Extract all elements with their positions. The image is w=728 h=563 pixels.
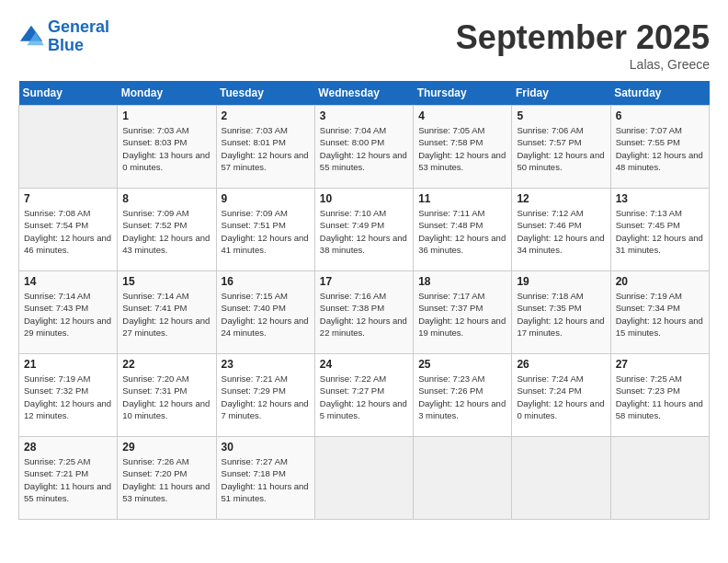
header-day-tuesday: Tuesday <box>216 81 314 106</box>
day-info: Sunrise: 7:24 AM Sunset: 7:24 PM Dayligh… <box>517 373 605 421</box>
day-number: 1 <box>122 109 210 122</box>
day-info: Sunrise: 7:04 AM Sunset: 8:00 PM Dayligh… <box>320 124 408 173</box>
day-number: 19 <box>517 275 605 288</box>
day-info: Sunrise: 7:21 AM Sunset: 7:29 PM Dayligh… <box>222 373 310 421</box>
day-number: 11 <box>418 192 506 205</box>
calendar-cell: 30Sunrise: 7:27 AM Sunset: 7:18 PM Dayli… <box>216 437 314 520</box>
day-info: Sunrise: 7:10 AM Sunset: 7:49 PM Dayligh… <box>320 207 408 256</box>
location: Lalas, Greece <box>456 57 710 72</box>
day-info: Sunrise: 7:22 AM Sunset: 7:27 PM Dayligh… <box>320 373 408 421</box>
logo-line1: General <box>48 17 109 36</box>
calendar-body: 1Sunrise: 7:03 AM Sunset: 8:03 PM Daylig… <box>19 106 710 520</box>
day-number: 21 <box>24 358 112 371</box>
logo-line2: Blue <box>48 36 84 54</box>
day-number: 7 <box>24 192 112 205</box>
title-block: September 2025 Lalas, Greece <box>456 18 710 72</box>
logo-icon <box>18 24 44 50</box>
calendar-table: SundayMondayTuesdayWednesdayThursdayFrid… <box>18 81 710 520</box>
logo: General Blue <box>18 18 109 55</box>
calendar-cell: 12Sunrise: 7:12 AM Sunset: 7:46 PM Dayli… <box>512 189 610 271</box>
day-info: Sunrise: 7:19 AM Sunset: 7:34 PM Dayligh… <box>616 290 704 339</box>
day-info: Sunrise: 7:25 AM Sunset: 7:23 PM Dayligh… <box>616 373 704 421</box>
calendar-cell: 8Sunrise: 7:09 AM Sunset: 7:52 PM Daylig… <box>118 189 216 271</box>
day-number: 25 <box>418 358 506 371</box>
header-day-monday: Monday <box>118 81 216 106</box>
header-day-wednesday: Wednesday <box>314 81 413 106</box>
header-row: SundayMondayTuesdayWednesdayThursdayFrid… <box>19 81 710 106</box>
day-number: 12 <box>517 192 605 205</box>
calendar-cell: 17Sunrise: 7:16 AM Sunset: 7:38 PM Dayli… <box>314 271 413 354</box>
calendar-cell: 28Sunrise: 7:25 AM Sunset: 7:21 PM Dayli… <box>19 437 118 520</box>
calendar-cell: 25Sunrise: 7:23 AM Sunset: 7:26 PM Dayli… <box>414 354 512 437</box>
calendar-cell: 24Sunrise: 7:22 AM Sunset: 7:27 PM Dayli… <box>314 354 413 437</box>
day-info: Sunrise: 7:03 AM Sunset: 8:03 PM Dayligh… <box>122 124 210 173</box>
calendar-cell: 5Sunrise: 7:06 AM Sunset: 7:57 PM Daylig… <box>512 106 610 189</box>
calendar-cell: 2Sunrise: 7:03 AM Sunset: 8:01 PM Daylig… <box>216 106 314 189</box>
header-day-saturday: Saturday <box>610 81 709 106</box>
day-number: 14 <box>24 275 112 288</box>
day-number: 27 <box>616 358 704 371</box>
day-number: 29 <box>122 441 210 454</box>
day-info: Sunrise: 7:12 AM Sunset: 7:46 PM Dayligh… <box>517 207 605 256</box>
day-number: 8 <box>122 192 210 205</box>
calendar-cell: 10Sunrise: 7:10 AM Sunset: 7:49 PM Dayli… <box>314 189 413 271</box>
day-info: Sunrise: 7:27 AM Sunset: 7:18 PM Dayligh… <box>222 455 310 504</box>
day-number: 20 <box>616 275 704 288</box>
day-number: 17 <box>320 275 408 288</box>
day-info: Sunrise: 7:26 AM Sunset: 7:20 PM Dayligh… <box>122 455 210 504</box>
header-day-friday: Friday <box>512 81 610 106</box>
day-number: 15 <box>122 275 210 288</box>
calendar-cell: 21Sunrise: 7:19 AM Sunset: 7:32 PM Dayli… <box>19 354 118 437</box>
day-info: Sunrise: 7:06 AM Sunset: 7:57 PM Dayligh… <box>517 124 605 173</box>
day-number: 23 <box>222 358 310 371</box>
day-number: 3 <box>320 109 408 122</box>
day-info: Sunrise: 7:14 AM Sunset: 7:43 PM Dayligh… <box>24 290 112 339</box>
calendar-cell: 23Sunrise: 7:21 AM Sunset: 7:29 PM Dayli… <box>216 354 314 437</box>
calendar-cell: 18Sunrise: 7:17 AM Sunset: 7:37 PM Dayli… <box>414 271 512 354</box>
day-info: Sunrise: 7:11 AM Sunset: 7:48 PM Dayligh… <box>418 207 506 256</box>
day-info: Sunrise: 7:16 AM Sunset: 7:38 PM Dayligh… <box>320 290 408 339</box>
calendar-cell: 27Sunrise: 7:25 AM Sunset: 7:23 PM Dayli… <box>610 354 709 437</box>
calendar-cell <box>610 437 709 520</box>
calendar-cell: 13Sunrise: 7:13 AM Sunset: 7:45 PM Dayli… <box>610 189 709 271</box>
calendar-cell <box>414 437 512 520</box>
day-info: Sunrise: 7:09 AM Sunset: 7:52 PM Dayligh… <box>122 207 210 256</box>
day-info: Sunrise: 7:13 AM Sunset: 7:45 PM Dayligh… <box>616 207 704 256</box>
day-info: Sunrise: 7:23 AM Sunset: 7:26 PM Dayligh… <box>418 373 506 421</box>
day-info: Sunrise: 7:18 AM Sunset: 7:35 PM Dayligh… <box>517 290 605 339</box>
calendar-cell: 3Sunrise: 7:04 AM Sunset: 8:00 PM Daylig… <box>314 106 413 189</box>
calendar-header: SundayMondayTuesdayWednesdayThursdayFrid… <box>19 81 710 106</box>
day-info: Sunrise: 7:08 AM Sunset: 7:54 PM Dayligh… <box>24 207 112 256</box>
calendar-cell: 19Sunrise: 7:18 AM Sunset: 7:35 PM Dayli… <box>512 271 610 354</box>
day-number: 16 <box>222 275 310 288</box>
calendar-cell <box>19 106 118 189</box>
day-number: 22 <box>122 358 210 371</box>
week-row-1: 1Sunrise: 7:03 AM Sunset: 8:03 PM Daylig… <box>19 106 710 189</box>
day-number: 9 <box>222 192 310 205</box>
calendar-cell: 6Sunrise: 7:07 AM Sunset: 7:55 PM Daylig… <box>610 106 709 189</box>
calendar-cell: 11Sunrise: 7:11 AM Sunset: 7:48 PM Dayli… <box>414 189 512 271</box>
calendar-cell <box>512 437 610 520</box>
day-info: Sunrise: 7:07 AM Sunset: 7:55 PM Dayligh… <box>616 124 704 173</box>
week-row-4: 21Sunrise: 7:19 AM Sunset: 7:32 PM Dayli… <box>19 354 710 437</box>
logo-text: General Blue <box>48 18 109 55</box>
calendar-cell: 22Sunrise: 7:20 AM Sunset: 7:31 PM Dayli… <box>118 354 216 437</box>
day-number: 5 <box>517 109 605 122</box>
day-info: Sunrise: 7:09 AM Sunset: 7:51 PM Dayligh… <box>222 207 310 256</box>
day-number: 18 <box>418 275 506 288</box>
day-info: Sunrise: 7:14 AM Sunset: 7:41 PM Dayligh… <box>122 290 210 339</box>
calendar-cell: 9Sunrise: 7:09 AM Sunset: 7:51 PM Daylig… <box>216 189 314 271</box>
day-number: 6 <box>616 109 704 122</box>
day-number: 30 <box>222 441 310 454</box>
week-row-3: 14Sunrise: 7:14 AM Sunset: 7:43 PM Dayli… <box>19 271 710 354</box>
month-title: September 2025 <box>456 18 710 57</box>
calendar-cell: 20Sunrise: 7:19 AM Sunset: 7:34 PM Dayli… <box>610 271 709 354</box>
day-info: Sunrise: 7:05 AM Sunset: 7:58 PM Dayligh… <box>418 124 506 173</box>
header-day-thursday: Thursday <box>414 81 512 106</box>
day-number: 26 <box>517 358 605 371</box>
day-number: 28 <box>24 441 112 454</box>
day-info: Sunrise: 7:17 AM Sunset: 7:37 PM Dayligh… <box>418 290 506 339</box>
day-info: Sunrise: 7:25 AM Sunset: 7:21 PM Dayligh… <box>24 455 112 504</box>
header-day-sunday: Sunday <box>19 81 118 106</box>
calendar-cell: 16Sunrise: 7:15 AM Sunset: 7:40 PM Dayli… <box>216 271 314 354</box>
